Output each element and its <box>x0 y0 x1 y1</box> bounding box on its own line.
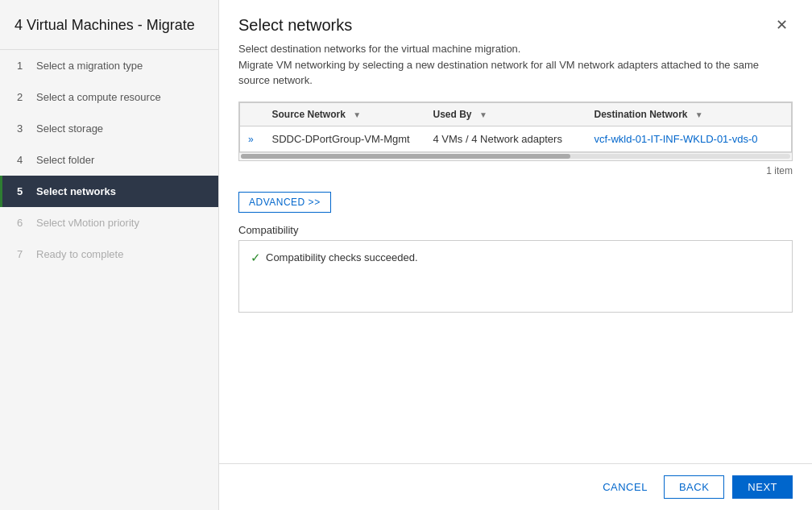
steps-list: 1 Select a migration type2 Select a comp… <box>0 50 218 270</box>
compat-box: ✓ Compatibility checks succeeded. <box>238 240 793 313</box>
main-content: Source Network ▼ Used By ▼ Destination N… <box>219 89 812 464</box>
table-row[interactable]: » SDDC-DPortGroup-VM-Mgmt 4 VMs / 4 Netw… <box>240 126 792 151</box>
col-header-expand <box>240 102 264 126</box>
dest-network-cell[interactable]: vcf-wkld-01-IT-INF-WKLD-01-vds-0 <box>586 126 792 151</box>
col-header-source[interactable]: Source Network ▼ <box>264 102 425 126</box>
scrollbar[interactable] <box>239 152 792 160</box>
network-table: Source Network ▼ Used By ▼ Destination N… <box>239 102 792 152</box>
step-num-1: 1 <box>17 60 28 72</box>
step-label-6: Select vMotion priority <box>36 217 139 229</box>
usedby-filter-icon[interactable]: ▼ <box>479 110 487 119</box>
step-num-6: 6 <box>17 217 28 229</box>
step-num-4: 4 <box>17 154 28 166</box>
expand-icon[interactable]: » <box>240 126 264 151</box>
col-header-dest[interactable]: Destination Network ▼ <box>586 102 792 126</box>
cancel-button[interactable]: CANCEL <box>594 476 656 498</box>
col-header-usedby[interactable]: Used By ▼ <box>425 102 586 126</box>
close-button[interactable]: ✕ <box>771 16 793 34</box>
step-label-3: Select storage <box>36 122 103 135</box>
source-network-cell: SDDC-DPortGroup-VM-Mgmt <box>264 126 425 151</box>
compat-success: ✓ Compatibility checks succeeded. <box>251 251 781 265</box>
step-num-2: 2 <box>17 91 28 103</box>
advanced-button[interactable]: ADVANCED >> <box>238 192 331 213</box>
sidebar-step-7: 7 Ready to complete <box>0 238 218 270</box>
footer: CANCEL BACK NEXT <box>219 463 812 510</box>
sidebar-step-6: 6 Select vMotion priority <box>0 207 218 238</box>
source-filter-icon[interactable]: ▼ <box>353 110 361 119</box>
step-label-7: Ready to complete <box>36 248 123 260</box>
dialog-title: 4 Virtual Machines - Migrate <box>0 0 218 50</box>
main-title: Select networks <box>238 16 352 35</box>
back-button[interactable]: BACK <box>664 475 724 499</box>
scrollbar-track <box>241 154 790 159</box>
main-panel: Select networks ✕ Select destination net… <box>219 0 812 510</box>
step-label-1: Select a migration type <box>36 60 143 72</box>
scrollbar-thumb <box>241 154 570 159</box>
sidebar-step-5[interactable]: 5 Select networks <box>0 176 218 207</box>
compat-label: Compatibility <box>238 224 793 236</box>
step-num-7: 7 <box>17 248 28 260</box>
main-header: Select networks ✕ <box>219 0 812 35</box>
step-label-4: Select folder <box>36 154 94 166</box>
network-table-wrap: Source Network ▼ Used By ▼ Destination N… <box>238 102 793 161</box>
sidebar-step-4[interactable]: 4 Select folder <box>0 144 218 176</box>
check-icon: ✓ <box>251 251 261 265</box>
step-label-2: Select a compute resource <box>36 91 161 103</box>
sidebar-step-2[interactable]: 2 Select a compute resource <box>0 81 218 113</box>
sidebar-step-1[interactable]: 1 Select a migration type <box>0 50 218 81</box>
sidebar: 4 Virtual Machines - Migrate 1 Select a … <box>0 0 219 510</box>
compat-text: Compatibility checks succeeded. <box>266 251 418 263</box>
dialog: 4 Virtual Machines - Migrate 1 Select a … <box>0 0 812 510</box>
table-footer: 1 item <box>238 161 793 180</box>
used-by-cell: 4 VMs / 4 Network adapters <box>425 126 586 151</box>
next-button[interactable]: NEXT <box>732 475 793 499</box>
step-label-5: Select networks <box>36 185 116 197</box>
sidebar-step-3[interactable]: 3 Select storage <box>0 113 218 144</box>
step-num-5: 5 <box>17 185 28 197</box>
dest-filter-icon[interactable]: ▼ <box>695 110 703 119</box>
main-desc1: Select destination networks for the virt… <box>219 35 812 89</box>
step-num-3: 3 <box>17 122 28 135</box>
